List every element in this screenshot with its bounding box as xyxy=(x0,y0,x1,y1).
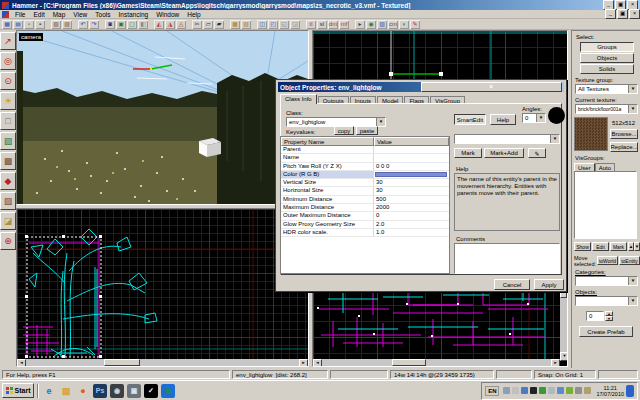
chevron-down-icon[interactable]: ▼ xyxy=(628,85,637,93)
select-solids-button[interactable]: Solids xyxy=(580,64,634,74)
mdi-close-button[interactable]: × xyxy=(629,9,640,19)
texture-group-select[interactable]: All Textures ▼ xyxy=(575,84,638,94)
bl-horizontal-scrollbar[interactable]: ◄ ► xyxy=(17,359,308,366)
categories-select[interactable]: ▼ xyxy=(575,276,638,286)
color-swatch[interactable] xyxy=(375,172,447,177)
show-desktop-icon[interactable] xyxy=(626,385,634,397)
selection-tool-icon[interactable]: ↗ xyxy=(0,32,16,50)
mdi-minimize-button[interactable]: _ xyxy=(605,9,616,19)
toggle-group-ignore-icon[interactable]: ◧ xyxy=(138,20,148,29)
ie-icon[interactable]: e xyxy=(42,384,56,398)
property-row[interactable]: Parent xyxy=(281,146,449,154)
overlay-tool-icon[interactable]: ▨ xyxy=(0,192,16,210)
tray-sync-icon[interactable] xyxy=(557,387,564,394)
vertex-tool-icon[interactable]: ⊛ xyxy=(0,232,16,250)
mdi-restore-button[interactable]: ▣ xyxy=(617,9,628,19)
show-hidden-icon[interactable]: ◬ xyxy=(176,20,186,29)
block-tool-icon[interactable]: □ xyxy=(0,112,16,130)
load-window-state-icon[interactable]: ▧ xyxy=(51,20,61,29)
property-row[interactable]: Pitch Yaw Roll (Y Z X)0 0 0 xyxy=(281,163,449,171)
visgroup-mark-button[interactable]: Mark xyxy=(610,242,627,251)
object-properties-dialog[interactable]: Object Properties: env_lightglow × Class… xyxy=(275,79,567,292)
property-row[interactable]: Outer Maximum Distance0 xyxy=(281,212,449,220)
clipping-tool-icon[interactable]: ◪ xyxy=(0,212,16,230)
property-row[interactable]: Name xyxy=(281,154,449,162)
language-indicator[interactable]: EN xyxy=(485,386,499,396)
tray-display-icon[interactable] xyxy=(548,387,555,394)
hide-unselected-icon[interactable]: ◮ xyxy=(165,20,175,29)
tray-antivirus-icon[interactable] xyxy=(539,387,546,394)
hide-selected-icon[interactable]: ◭ xyxy=(154,20,164,29)
prefab-count-field[interactable]: 0 xyxy=(586,311,604,321)
apply-texture-tool-icon[interactable]: ▩ xyxy=(0,152,16,170)
texture-preview[interactable] xyxy=(574,117,608,151)
snap-to-grid-icon[interactable]: ▦ xyxy=(2,20,12,29)
toggle-3d-grid-icon[interactable]: ◱ xyxy=(279,20,289,29)
tray-network-icon[interactable] xyxy=(521,387,528,394)
paste-keyvalues-button[interactable]: paste xyxy=(356,126,378,135)
entity-tool-icon[interactable]: ☀ xyxy=(0,92,16,110)
scroll-down-icon[interactable]: ▼ xyxy=(560,352,568,361)
cordon-icon[interactable]: ▩ xyxy=(230,20,240,29)
tray-steam-tray-icon[interactable] xyxy=(530,387,537,394)
tray-flag-icon[interactable] xyxy=(584,387,591,394)
value-edit-select[interactable]: ▼ xyxy=(454,134,560,144)
copy-keyvalues-button[interactable]: copy xyxy=(334,126,354,135)
create-prefab-button[interactable]: Create Prefab xyxy=(579,326,633,337)
firefox-icon[interactable]: ● xyxy=(76,384,90,398)
explorer-folder-icon[interactable]: ▤ xyxy=(59,384,73,398)
eyedropper-icon[interactable]: ✎ xyxy=(528,148,546,158)
select-objects-button[interactable]: Objects xyxy=(580,53,634,63)
about-icon[interactable]: ✎ xyxy=(410,20,420,29)
texture-lock-icon[interactable]: tl xyxy=(306,20,316,29)
menu-window[interactable]: Window xyxy=(152,11,183,18)
magnify-tool-icon[interactable]: ◎ xyxy=(0,52,16,70)
chevron-down-icon[interactable]: ▼ xyxy=(628,277,637,285)
value-header[interactable]: Value xyxy=(374,137,449,146)
angles-select[interactable]: 0 ▼ xyxy=(522,113,546,123)
decal-tool-icon[interactable]: ◆ xyxy=(0,172,16,190)
scroll-right-icon[interactable]: ► xyxy=(551,359,560,367)
clock[interactable]: 11:2117/07/2010 xyxy=(596,385,624,397)
start-button[interactable]: Start xyxy=(2,383,34,398)
browse-button[interactable]: Browse... xyxy=(610,129,638,139)
property-name-header[interactable]: Property Name xyxy=(281,137,374,146)
model-fade-icon[interactable]: mf xyxy=(339,20,349,29)
cordon-edit-icon[interactable]: ▨ xyxy=(241,20,251,29)
group-icon[interactable]: ▣ xyxy=(116,20,126,29)
mark-button[interactable]: Mark xyxy=(454,148,482,158)
tray-messenger-icon[interactable] xyxy=(503,387,510,394)
viewport-2d-bottom-left[interactable]: ◄ ► xyxy=(16,208,309,367)
chevron-down-icon[interactable]: ▼ xyxy=(628,297,637,305)
mark-add-button[interactable]: Mark+Add xyxy=(484,148,524,158)
dialog-help-button[interactable]: Help xyxy=(490,114,516,125)
run-map-icon[interactable]: ▸ xyxy=(355,20,365,29)
property-row[interactable]: Color (R G B) xyxy=(281,171,449,179)
cancel-button[interactable]: Cancel xyxy=(494,279,530,290)
menu-help[interactable]: Help xyxy=(183,11,204,18)
redo-icon[interactable]: ↷ xyxy=(89,20,99,29)
tray-update-icon[interactable] xyxy=(512,387,519,394)
dialog-close-icon[interactable]: × xyxy=(421,82,563,92)
current-texture-select[interactable]: brick/brickfloor001a ▼ xyxy=(575,104,638,114)
viewport-3d[interactable]: camera xyxy=(16,30,309,205)
br-horizontal-scrollbar[interactable]: ◄ ► xyxy=(313,359,560,366)
smartedit-button[interactable]: SmartEdit xyxy=(454,114,486,125)
to-entity-button[interactable]: toEntity xyxy=(619,256,640,265)
dialog-title-bar[interactable]: Object Properties: env_lightglow × xyxy=(278,82,564,92)
property-row[interactable]: Glow Proxy Geometry Size2.0 xyxy=(281,221,449,229)
copy-icon[interactable]: ▱ xyxy=(203,20,213,29)
br-scroll-thumb[interactable] xyxy=(392,359,426,366)
overlay-mode-icon[interactable]: cm xyxy=(388,20,398,29)
menu-map[interactable]: Map xyxy=(49,11,70,18)
ungroup-icon[interactable]: ▢ xyxy=(127,20,137,29)
chevron-down-icon[interactable]: ▼ xyxy=(550,135,559,143)
property-row[interactable]: Minimum Distance500 xyxy=(281,196,449,204)
bl-scroll-thumb[interactable] xyxy=(104,359,140,366)
angle-dial[interactable] xyxy=(548,107,565,124)
camera-tool-icon[interactable]: ⊙ xyxy=(0,72,16,90)
cut-icon[interactable]: ✂ xyxy=(192,20,202,29)
chevron-down-icon[interactable]: ▼ xyxy=(376,118,385,126)
sdk-launcher-icon[interactable]: ◗ xyxy=(399,20,409,29)
menu-instancing[interactable]: Instancing xyxy=(115,11,153,18)
